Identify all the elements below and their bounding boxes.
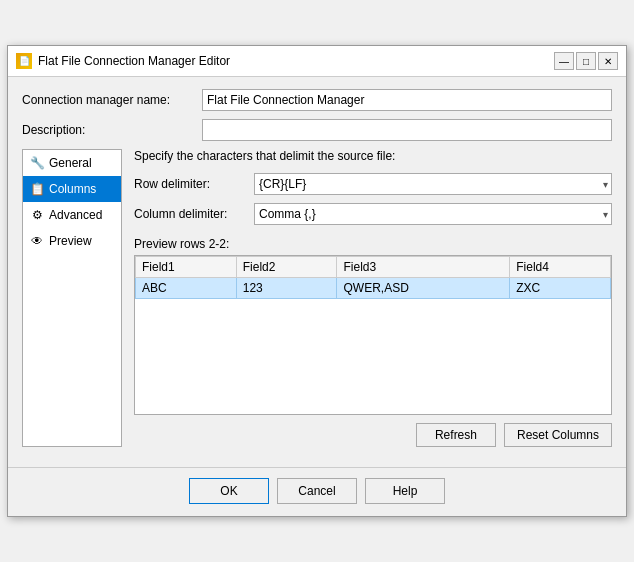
row-delimiter-select[interactable]: {CR}{LF} {CR} {LF} bbox=[254, 173, 612, 195]
table-body: ABC 123 QWER,ASD ZXC bbox=[136, 278, 611, 299]
minimize-button[interactable]: — bbox=[554, 52, 574, 70]
reset-columns-button[interactable]: Reset Columns bbox=[504, 423, 612, 447]
table-header: Field1 Field2 Field3 Field4 bbox=[136, 257, 611, 278]
delimiter-form: Row delimiter: {CR}{LF} {CR} {LF} ▾ C bbox=[134, 173, 612, 225]
description-row: Description: bbox=[22, 119, 612, 141]
general-icon: 🔧 bbox=[29, 155, 45, 171]
connection-name-input[interactable] bbox=[202, 89, 612, 111]
main-area: 🔧 General 📋 Columns ⚙ Advanced 👁 Preview bbox=[22, 149, 612, 447]
col-header-field1: Field1 bbox=[136, 257, 237, 278]
sidebar-item-columns[interactable]: 📋 Columns bbox=[23, 176, 121, 202]
footer: OK Cancel Help bbox=[8, 467, 626, 516]
content-area: Connection manager name: Description: 🔧 … bbox=[8, 77, 626, 459]
help-button[interactable]: Help bbox=[365, 478, 445, 504]
close-button[interactable]: ✕ bbox=[598, 52, 618, 70]
connection-name-row: Connection manager name: bbox=[22, 89, 612, 111]
sidebar: 🔧 General 📋 Columns ⚙ Advanced 👁 Preview bbox=[22, 149, 122, 447]
cell-field1: ABC bbox=[136, 278, 237, 299]
preview-table: Field1 Field2 Field3 Field4 ABC 123 QWER… bbox=[135, 256, 611, 299]
sidebar-item-general[interactable]: 🔧 General bbox=[23, 150, 121, 176]
row-delimiter-wrapper: {CR}{LF} {CR} {LF} ▾ bbox=[254, 173, 612, 195]
description-label: Description: bbox=[22, 123, 202, 137]
sidebar-item-preview-label: Preview bbox=[49, 234, 92, 248]
col-header-field4: Field4 bbox=[510, 257, 611, 278]
description-input[interactable] bbox=[202, 119, 612, 141]
cell-field3: QWER,ASD bbox=[337, 278, 510, 299]
sidebar-item-advanced[interactable]: ⚙ Advanced bbox=[23, 202, 121, 228]
preview-icon: 👁 bbox=[29, 233, 45, 249]
sidebar-item-preview[interactable]: 👁 Preview bbox=[23, 228, 121, 254]
sidebar-item-columns-label: Columns bbox=[49, 182, 96, 196]
sidebar-item-general-label: General bbox=[49, 156, 92, 170]
title-bar-left: 📄 Flat File Connection Manager Editor bbox=[16, 53, 230, 69]
table-header-row: Field1 Field2 Field3 Field4 bbox=[136, 257, 611, 278]
column-delimiter-select[interactable]: Comma {,} Tab {t} Semicolon {;} bbox=[254, 203, 612, 225]
cell-field2: 123 bbox=[236, 278, 337, 299]
title-bar: 📄 Flat File Connection Manager Editor — … bbox=[8, 46, 626, 77]
columns-icon: 📋 bbox=[29, 181, 45, 197]
table-row[interactable]: ABC 123 QWER,ASD ZXC bbox=[136, 278, 611, 299]
preview-table-container[interactable]: Field1 Field2 Field3 Field4 ABC 123 QWER… bbox=[134, 255, 612, 415]
connection-name-label: Connection manager name: bbox=[22, 93, 202, 107]
advanced-icon: ⚙ bbox=[29, 207, 45, 223]
right-panel: Specify the characters that delimit the … bbox=[134, 149, 612, 447]
cancel-button[interactable]: Cancel bbox=[277, 478, 357, 504]
app-icon: 📄 bbox=[16, 53, 32, 69]
refresh-button[interactable]: Refresh bbox=[416, 423, 496, 447]
title-bar-controls: — □ ✕ bbox=[554, 52, 618, 70]
maximize-button[interactable]: □ bbox=[576, 52, 596, 70]
column-delimiter-wrapper: Comma {,} Tab {t} Semicolon {;} ▾ bbox=[254, 203, 612, 225]
col-header-field2: Field2 bbox=[236, 257, 337, 278]
sidebar-item-advanced-label: Advanced bbox=[49, 208, 102, 222]
ok-button[interactable]: OK bbox=[189, 478, 269, 504]
row-delimiter-label: Row delimiter: bbox=[134, 177, 254, 191]
main-window: 📄 Flat File Connection Manager Editor — … bbox=[7, 45, 627, 517]
column-delimiter-row: Column delimiter: Comma {,} Tab {t} Semi… bbox=[134, 203, 612, 225]
cell-field4: ZXC bbox=[510, 278, 611, 299]
preview-label: Preview rows 2-2: bbox=[134, 237, 612, 251]
panel-description: Specify the characters that delimit the … bbox=[134, 149, 612, 163]
column-delimiter-label: Column delimiter: bbox=[134, 207, 254, 221]
window-title: Flat File Connection Manager Editor bbox=[38, 54, 230, 68]
panel-buttons: Refresh Reset Columns bbox=[134, 423, 612, 447]
row-delimiter-row: Row delimiter: {CR}{LF} {CR} {LF} ▾ bbox=[134, 173, 612, 195]
col-header-field3: Field3 bbox=[337, 257, 510, 278]
